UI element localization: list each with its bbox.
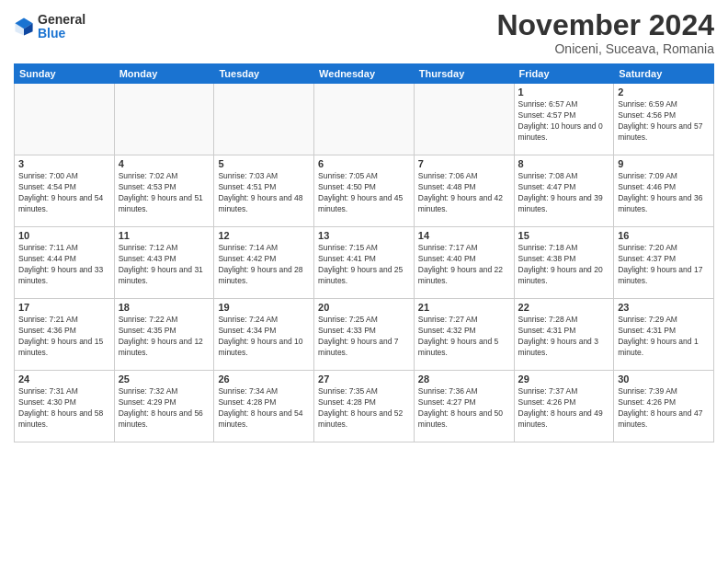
day-info: Sunrise: 7:39 AM Sunset: 4:26 PM Dayligh…	[618, 386, 710, 431]
calendar-cell	[314, 84, 415, 155]
calendar-cell	[214, 84, 314, 155]
calendar-cell: 2Sunrise: 6:59 AM Sunset: 4:56 PM Daylig…	[614, 84, 714, 155]
day-info: Sunrise: 7:34 AM Sunset: 4:28 PM Dayligh…	[218, 386, 310, 431]
calendar-week-row-5: 24Sunrise: 7:31 AM Sunset: 4:30 PM Dayli…	[15, 371, 714, 442]
day-info: Sunrise: 7:12 AM Sunset: 4:43 PM Dayligh…	[119, 243, 210, 287]
calendar-cell	[114, 84, 214, 155]
day-number: 15	[518, 230, 610, 241]
calendar-cell: 28Sunrise: 7:36 AM Sunset: 4:27 PM Dayli…	[414, 371, 514, 442]
day-info: Sunrise: 7:00 AM Sunset: 4:54 PM Dayligh…	[18, 171, 110, 215]
day-info: Sunrise: 6:59 AM Sunset: 4:56 PM Dayligh…	[618, 99, 710, 144]
col-wednesday: Wednesday	[314, 64, 415, 84]
calendar-cell: 18Sunrise: 7:22 AM Sunset: 4:35 PM Dayli…	[114, 299, 214, 371]
day-info: Sunrise: 7:36 AM Sunset: 4:27 PM Dayligh…	[418, 386, 510, 431]
day-number: 7	[418, 158, 510, 169]
day-number: 8	[518, 158, 610, 169]
col-thursday: Thursday	[414, 64, 514, 84]
col-saturday: Saturday	[614, 64, 714, 84]
day-info: Sunrise: 7:15 AM Sunset: 4:41 PM Dayligh…	[318, 243, 410, 287]
day-number: 4	[119, 158, 210, 169]
day-number: 2	[618, 86, 710, 98]
day-info: Sunrise: 7:24 AM Sunset: 4:34 PM Dayligh…	[218, 315, 310, 359]
day-info: Sunrise: 7:11 AM Sunset: 4:44 PM Dayligh…	[18, 243, 110, 287]
day-number: 16	[618, 230, 710, 241]
day-number: 18	[119, 302, 210, 313]
calendar-cell: 10Sunrise: 7:11 AM Sunset: 4:44 PM Dayli…	[15, 227, 115, 299]
day-number: 27	[318, 373, 410, 385]
day-number: 1	[518, 86, 610, 98]
day-info: Sunrise: 7:22 AM Sunset: 4:35 PM Dayligh…	[119, 315, 210, 359]
day-info: Sunrise: 7:35 AM Sunset: 4:28 PM Dayligh…	[318, 386, 410, 431]
calendar-cell: 21Sunrise: 7:27 AM Sunset: 4:32 PM Dayli…	[414, 299, 514, 371]
calendar-cell: 8Sunrise: 7:08 AM Sunset: 4:47 PM Daylig…	[514, 155, 614, 227]
day-info: Sunrise: 7:28 AM Sunset: 4:31 PM Dayligh…	[518, 315, 610, 359]
calendar-cell: 20Sunrise: 7:25 AM Sunset: 4:33 PM Dayli…	[314, 299, 415, 371]
calendar-week-row-3: 10Sunrise: 7:11 AM Sunset: 4:44 PM Dayli…	[15, 227, 714, 299]
calendar-cell: 23Sunrise: 7:29 AM Sunset: 4:31 PM Dayli…	[614, 299, 714, 371]
logo-icon	[14, 17, 34, 37]
day-number: 17	[18, 302, 110, 313]
day-number: 13	[318, 230, 410, 241]
calendar-week-row-4: 17Sunrise: 7:21 AM Sunset: 4:36 PM Dayli…	[15, 299, 714, 371]
day-info: Sunrise: 7:32 AM Sunset: 4:29 PM Dayligh…	[119, 386, 210, 431]
calendar-table: Sunday Monday Tuesday Wednesday Thursday…	[14, 63, 714, 442]
logo-blue-text: Blue	[38, 27, 85, 40]
calendar-cell: 25Sunrise: 7:32 AM Sunset: 4:29 PM Dayli…	[114, 371, 214, 442]
day-number: 6	[318, 158, 410, 169]
day-number: 9	[618, 158, 710, 169]
page: General Blue November 2024 Oniceni, Suce…	[0, 0, 728, 563]
day-number: 25	[119, 373, 210, 385]
day-number: 22	[518, 302, 610, 313]
calendar-cell	[15, 84, 115, 155]
location: Oniceni, Suceava, Romania	[496, 41, 714, 56]
day-info: Sunrise: 7:18 AM Sunset: 4:38 PM Dayligh…	[518, 243, 610, 287]
day-number: 3	[18, 158, 110, 169]
calendar-cell: 4Sunrise: 7:02 AM Sunset: 4:53 PM Daylig…	[114, 155, 214, 227]
calendar-cell: 7Sunrise: 7:06 AM Sunset: 4:48 PM Daylig…	[414, 155, 514, 227]
day-info: Sunrise: 7:31 AM Sunset: 4:30 PM Dayligh…	[18, 386, 110, 431]
col-monday: Monday	[114, 64, 214, 84]
day-info: Sunrise: 7:05 AM Sunset: 4:50 PM Dayligh…	[318, 171, 410, 215]
day-number: 28	[418, 373, 510, 385]
day-info: Sunrise: 7:21 AM Sunset: 4:36 PM Dayligh…	[18, 315, 110, 359]
day-info: Sunrise: 7:08 AM Sunset: 4:47 PM Dayligh…	[518, 171, 610, 215]
day-number: 10	[18, 230, 110, 241]
day-number: 23	[618, 302, 710, 313]
calendar-cell: 17Sunrise: 7:21 AM Sunset: 4:36 PM Dayli…	[15, 299, 115, 371]
day-info: Sunrise: 7:03 AM Sunset: 4:51 PM Dayligh…	[218, 171, 310, 215]
calendar-cell: 1Sunrise: 6:57 AM Sunset: 4:57 PM Daylig…	[514, 84, 614, 155]
day-number: 14	[418, 230, 510, 241]
calendar-cell: 9Sunrise: 7:09 AM Sunset: 4:46 PM Daylig…	[614, 155, 714, 227]
col-sunday: Sunday	[15, 64, 115, 84]
calendar-cell: 14Sunrise: 7:17 AM Sunset: 4:40 PM Dayli…	[414, 227, 514, 299]
calendar-cell: 12Sunrise: 7:14 AM Sunset: 4:42 PM Dayli…	[214, 227, 314, 299]
day-info: Sunrise: 7:06 AM Sunset: 4:48 PM Dayligh…	[418, 171, 510, 215]
day-info: Sunrise: 7:25 AM Sunset: 4:33 PM Dayligh…	[318, 315, 410, 359]
calendar-cell	[414, 84, 514, 155]
day-number: 5	[218, 158, 310, 169]
day-info: Sunrise: 7:09 AM Sunset: 4:46 PM Dayligh…	[618, 171, 710, 215]
day-number: 21	[418, 302, 510, 313]
title-area: November 2024 Oniceni, Suceava, Romania	[496, 9, 714, 56]
day-info: Sunrise: 7:29 AM Sunset: 4:31 PM Dayligh…	[618, 315, 710, 359]
day-info: Sunrise: 7:37 AM Sunset: 4:26 PM Dayligh…	[518, 386, 610, 431]
calendar-cell: 30Sunrise: 7:39 AM Sunset: 4:26 PM Dayli…	[614, 371, 714, 442]
calendar-cell: 13Sunrise: 7:15 AM Sunset: 4:41 PM Dayli…	[314, 227, 415, 299]
day-number: 11	[119, 230, 210, 241]
day-number: 29	[518, 373, 610, 385]
col-tuesday: Tuesday	[214, 64, 314, 84]
calendar-cell: 22Sunrise: 7:28 AM Sunset: 4:31 PM Dayli…	[514, 299, 614, 371]
calendar-week-row-1: 1Sunrise: 6:57 AM Sunset: 4:57 PM Daylig…	[15, 84, 714, 155]
day-number: 19	[218, 302, 310, 313]
day-info: Sunrise: 7:02 AM Sunset: 4:53 PM Dayligh…	[119, 171, 210, 215]
day-number: 30	[618, 373, 710, 385]
day-number: 20	[318, 302, 410, 313]
month-title: November 2024	[496, 9, 714, 41]
calendar-week-row-2: 3Sunrise: 7:00 AM Sunset: 4:54 PM Daylig…	[15, 155, 714, 227]
calendar-cell: 27Sunrise: 7:35 AM Sunset: 4:28 PM Dayli…	[314, 371, 415, 442]
calendar-cell: 11Sunrise: 7:12 AM Sunset: 4:43 PM Dayli…	[114, 227, 214, 299]
day-info: Sunrise: 7:27 AM Sunset: 4:32 PM Dayligh…	[418, 315, 510, 359]
day-info: Sunrise: 7:14 AM Sunset: 4:42 PM Dayligh…	[218, 243, 310, 287]
day-number: 24	[18, 373, 110, 385]
day-number: 26	[218, 373, 310, 385]
